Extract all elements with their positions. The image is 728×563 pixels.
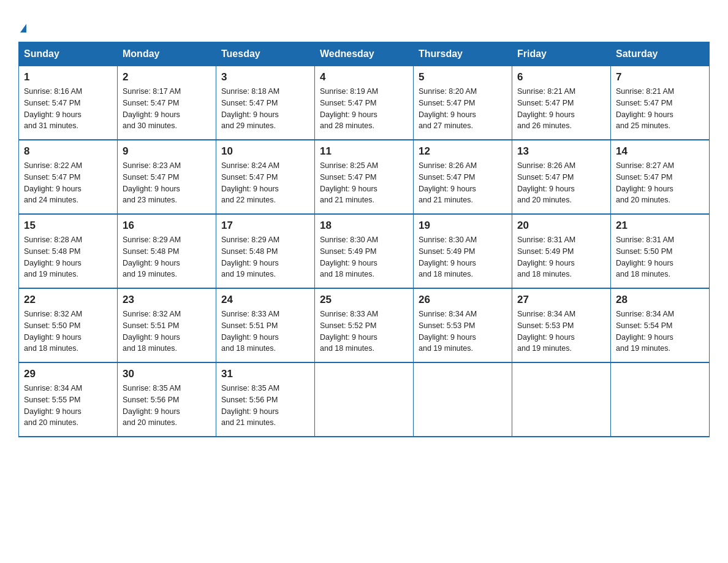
- calendar-week-2: 8 Sunrise: 8:22 AM Sunset: 5:47 PM Dayli…: [19, 140, 710, 214]
- calendar-cell: 10 Sunrise: 8:24 AM Sunset: 5:47 PM Dayl…: [216, 140, 315, 214]
- day-info: Sunrise: 8:21 AM Sunset: 5:47 PM Dayligh…: [616, 86, 704, 132]
- calendar-cell: [512, 362, 611, 437]
- calendar-week-4: 22 Sunrise: 8:32 AM Sunset: 5:50 PM Dayl…: [19, 288, 710, 362]
- calendar-cell: 8 Sunrise: 8:22 AM Sunset: 5:47 PM Dayli…: [19, 140, 118, 214]
- day-info: Sunrise: 8:20 AM Sunset: 5:47 PM Dayligh…: [419, 86, 507, 132]
- day-info: Sunrise: 8:32 AM Sunset: 5:50 PM Dayligh…: [24, 308, 112, 354]
- calendar-cell: 27 Sunrise: 8:34 AM Sunset: 5:53 PM Dayl…: [512, 288, 611, 362]
- calendar-body: 1 Sunrise: 8:16 AM Sunset: 5:47 PM Dayli…: [19, 66, 710, 437]
- day-number: 27: [517, 294, 605, 306]
- day-header-monday: Monday: [118, 42, 216, 66]
- calendar-cell: 2 Sunrise: 8:17 AM Sunset: 5:47 PM Dayli…: [118, 66, 216, 140]
- day-header-thursday: Thursday: [414, 42, 512, 66]
- calendar-week-3: 15 Sunrise: 8:28 AM Sunset: 5:48 PM Dayl…: [19, 214, 710, 288]
- calendar-cell: 4 Sunrise: 8:19 AM Sunset: 5:47 PM Dayli…: [315, 66, 414, 140]
- day-info: Sunrise: 8:30 AM Sunset: 5:49 PM Dayligh…: [419, 234, 507, 280]
- day-number: 25: [320, 294, 408, 306]
- day-header-friday: Friday: [512, 42, 611, 66]
- day-info: Sunrise: 8:26 AM Sunset: 5:47 PM Dayligh…: [517, 160, 605, 206]
- calendar-cell: 1 Sunrise: 8:16 AM Sunset: 5:47 PM Dayli…: [19, 66, 118, 140]
- calendar-table: SundayMondayTuesdayWednesdayThursdayFrid…: [18, 42, 710, 437]
- day-header-tuesday: Tuesday: [216, 42, 315, 66]
- day-info: Sunrise: 8:30 AM Sunset: 5:49 PM Dayligh…: [320, 234, 408, 280]
- day-info: Sunrise: 8:34 AM Sunset: 5:54 PM Dayligh…: [616, 308, 704, 354]
- calendar-cell: 31 Sunrise: 8:35 AM Sunset: 5:56 PM Dayl…: [216, 362, 315, 437]
- days-of-week-row: SundayMondayTuesdayWednesdayThursdayFrid…: [19, 42, 710, 66]
- calendar-cell: 3 Sunrise: 8:18 AM Sunset: 5:47 PM Dayli…: [216, 66, 315, 140]
- day-number: 17: [221, 220, 309, 232]
- day-info: Sunrise: 8:25 AM Sunset: 5:47 PM Dayligh…: [320, 160, 408, 206]
- day-number: 26: [419, 294, 507, 306]
- day-number: 31: [221, 368, 309, 380]
- day-info: Sunrise: 8:35 AM Sunset: 5:56 PM Dayligh…: [221, 383, 309, 429]
- day-info: Sunrise: 8:35 AM Sunset: 5:56 PM Dayligh…: [123, 383, 211, 429]
- day-number: 3: [221, 71, 309, 83]
- calendar-cell: 13 Sunrise: 8:26 AM Sunset: 5:47 PM Dayl…: [512, 140, 611, 214]
- day-number: 5: [419, 71, 507, 83]
- day-info: Sunrise: 8:27 AM Sunset: 5:47 PM Dayligh…: [616, 160, 704, 206]
- day-info: Sunrise: 8:34 AM Sunset: 5:55 PM Dayligh…: [24, 383, 112, 429]
- day-header-saturday: Saturday: [611, 42, 710, 66]
- day-number: 14: [616, 145, 704, 158]
- calendar-cell: 7 Sunrise: 8:21 AM Sunset: 5:47 PM Dayli…: [611, 66, 710, 140]
- day-number: 8: [24, 145, 112, 158]
- day-header-sunday: Sunday: [19, 42, 118, 66]
- day-info: Sunrise: 8:17 AM Sunset: 5:47 PM Dayligh…: [123, 86, 211, 132]
- day-number: 23: [123, 294, 211, 306]
- logo-triangle-icon: [20, 24, 26, 33]
- day-number: 15: [24, 220, 112, 232]
- day-number: 10: [221, 145, 309, 158]
- calendar-header: SundayMondayTuesdayWednesdayThursdayFrid…: [19, 42, 710, 66]
- calendar-cell: 30 Sunrise: 8:35 AM Sunset: 5:56 PM Dayl…: [118, 362, 216, 437]
- day-number: 13: [517, 145, 605, 158]
- day-info: Sunrise: 8:26 AM Sunset: 5:47 PM Dayligh…: [419, 160, 507, 206]
- day-number: 30: [123, 368, 211, 380]
- calendar-cell: 28 Sunrise: 8:34 AM Sunset: 5:54 PM Dayl…: [611, 288, 710, 362]
- day-number: 18: [320, 220, 408, 232]
- day-info: Sunrise: 8:21 AM Sunset: 5:47 PM Dayligh…: [517, 86, 605, 132]
- calendar-cell: [611, 362, 710, 437]
- day-number: 2: [123, 71, 211, 83]
- calendar-cell: 18 Sunrise: 8:30 AM Sunset: 5:49 PM Dayl…: [315, 214, 414, 288]
- logo: [18, 18, 26, 36]
- day-number: 4: [320, 71, 408, 83]
- day-info: Sunrise: 8:32 AM Sunset: 5:51 PM Dayligh…: [123, 308, 211, 354]
- day-info: Sunrise: 8:18 AM Sunset: 5:47 PM Dayligh…: [221, 86, 309, 132]
- day-number: 19: [419, 220, 507, 232]
- day-info: Sunrise: 8:28 AM Sunset: 5:48 PM Dayligh…: [24, 234, 112, 280]
- calendar-cell: 14 Sunrise: 8:27 AM Sunset: 5:47 PM Dayl…: [611, 140, 710, 214]
- day-info: Sunrise: 8:16 AM Sunset: 5:47 PM Dayligh…: [24, 86, 112, 132]
- calendar-week-5: 29 Sunrise: 8:34 AM Sunset: 5:55 PM Dayl…: [19, 362, 710, 437]
- day-number: 16: [123, 220, 211, 232]
- calendar-cell: 15 Sunrise: 8:28 AM Sunset: 5:48 PM Dayl…: [19, 214, 118, 288]
- calendar-cell: 21 Sunrise: 8:31 AM Sunset: 5:50 PM Dayl…: [611, 214, 710, 288]
- calendar-cell: 20 Sunrise: 8:31 AM Sunset: 5:49 PM Dayl…: [512, 214, 611, 288]
- day-info: Sunrise: 8:33 AM Sunset: 5:51 PM Dayligh…: [221, 308, 309, 354]
- calendar-cell: 23 Sunrise: 8:32 AM Sunset: 5:51 PM Dayl…: [118, 288, 216, 362]
- day-number: 9: [123, 145, 211, 158]
- day-number: 24: [221, 294, 309, 306]
- calendar-cell: 17 Sunrise: 8:29 AM Sunset: 5:48 PM Dayl…: [216, 214, 315, 288]
- day-info: Sunrise: 8:29 AM Sunset: 5:48 PM Dayligh…: [221, 234, 309, 280]
- day-info: Sunrise: 8:31 AM Sunset: 5:50 PM Dayligh…: [616, 234, 704, 280]
- day-number: 22: [24, 294, 112, 306]
- calendar-cell: 29 Sunrise: 8:34 AM Sunset: 5:55 PM Dayl…: [19, 362, 118, 437]
- day-number: 1: [24, 71, 112, 83]
- day-info: Sunrise: 8:24 AM Sunset: 5:47 PM Dayligh…: [221, 160, 309, 206]
- day-number: 21: [616, 220, 704, 232]
- calendar-cell: 25 Sunrise: 8:33 AM Sunset: 5:52 PM Dayl…: [315, 288, 414, 362]
- calendar-cell: 24 Sunrise: 8:33 AM Sunset: 5:51 PM Dayl…: [216, 288, 315, 362]
- calendar-cell: [315, 362, 414, 437]
- page-header: [18, 18, 710, 36]
- day-number: 28: [616, 294, 704, 306]
- calendar-cell: [414, 362, 512, 437]
- calendar-cell: 26 Sunrise: 8:34 AM Sunset: 5:53 PM Dayl…: [414, 288, 512, 362]
- day-info: Sunrise: 8:34 AM Sunset: 5:53 PM Dayligh…: [419, 308, 507, 354]
- calendar-cell: 12 Sunrise: 8:26 AM Sunset: 5:47 PM Dayl…: [414, 140, 512, 214]
- day-header-wednesday: Wednesday: [315, 42, 414, 66]
- day-number: 20: [517, 220, 605, 232]
- day-number: 12: [419, 145, 507, 158]
- day-info: Sunrise: 8:22 AM Sunset: 5:47 PM Dayligh…: [24, 160, 112, 206]
- day-info: Sunrise: 8:34 AM Sunset: 5:53 PM Dayligh…: [517, 308, 605, 354]
- calendar-cell: 9 Sunrise: 8:23 AM Sunset: 5:47 PM Dayli…: [118, 140, 216, 214]
